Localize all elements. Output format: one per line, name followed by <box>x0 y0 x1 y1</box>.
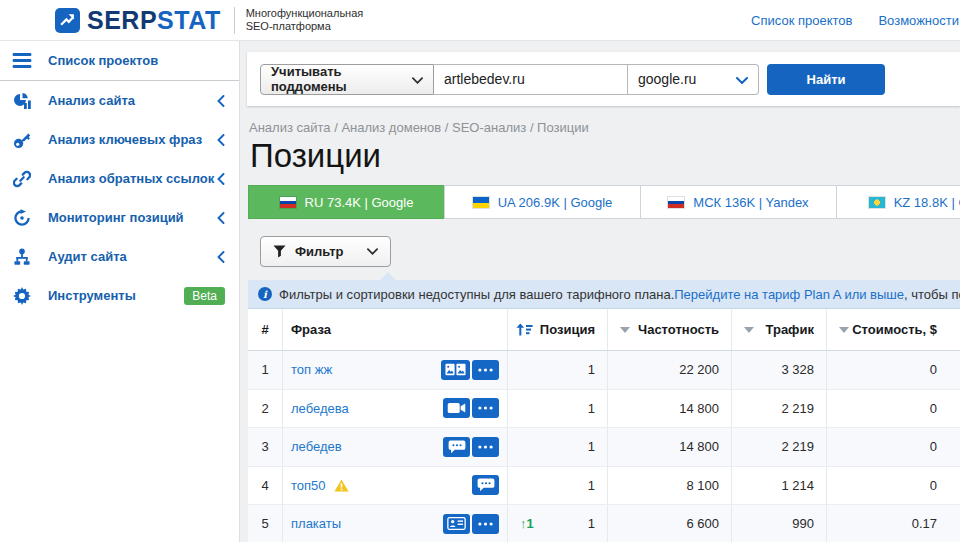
traffic-value: 2 219 <box>781 401 814 416</box>
column-header-position[interactable]: Позиция <box>508 309 608 350</box>
sidebar-item-project-list[interactable]: Список проектов <box>0 41 239 80</box>
sidebar-item-rank-monitoring[interactable]: Мониторинг позиций <box>0 198 239 237</box>
breadcrumb-segment[interactable]: Анализ сайта <box>249 120 331 135</box>
caret-down-icon <box>620 327 630 333</box>
warning-icon <box>334 479 349 492</box>
traffic-cell: 1 214 <box>732 467 827 505</box>
traffic-value: 1 214 <box>781 478 814 493</box>
phrase-cell: лебедева <box>283 390 508 428</box>
row-number-cell: 5 <box>248 505 283 542</box>
serp-feature-badges <box>443 437 499 457</box>
banner-text: Фильтры и сортировки недоступны для ваше… <box>279 287 674 302</box>
snippet-badge[interactable] <box>443 437 470 457</box>
sidebar-item-label: Инструменты <box>48 288 136 303</box>
upgrade-plan-link[interactable]: Перейдите на тариф Plan A или выше <box>674 287 904 302</box>
serp-feature-badges <box>472 475 499 495</box>
knowledge-badge[interactable] <box>443 514 470 534</box>
position-value: 1 <box>588 401 595 416</box>
domain-input[interactable] <box>434 64 628 95</box>
sidebar-item-keyword-analysis[interactable]: Анализ ключевых фраз <box>0 120 239 159</box>
row-number-cell: 3 <box>248 428 283 466</box>
video-badge[interactable] <box>443 398 470 418</box>
page-title: Позиции <box>250 137 381 175</box>
breadcrumb: Анализ сайта / Анализ доменов / SEO-анал… <box>249 120 589 135</box>
tab-kz-google[interactable]: KZ 18.8K | Google <box>836 185 960 219</box>
phrase-link[interactable]: лебедева <box>291 401 349 416</box>
tab-msk-yandex[interactable]: МСК 136K | Yandex <box>640 185 837 219</box>
breadcrumb-segment[interactable]: Позиции <box>537 120 589 135</box>
row-number-cell: 4 <box>248 467 283 505</box>
filter-button[interactable]: Фильтр <box>260 236 391 267</box>
position-cell: 1 <box>508 428 608 466</box>
images-badge[interactable] <box>441 360 470 380</box>
sidebar-item-label: Анализ сайта <box>48 93 135 108</box>
top-nav-link-projects[interactable]: Список проектов <box>751 13 852 28</box>
tab-ua-google[interactable]: UA 206.9K | Google <box>444 185 641 219</box>
position-change-up: ↑1 <box>520 516 534 531</box>
logo-divider <box>234 7 235 34</box>
column-header-cost[interactable]: Стоимость, $ <box>827 309 960 350</box>
cost-value: 0 <box>930 401 937 416</box>
breadcrumb-segment[interactable]: SEO-анализ <box>452 120 526 135</box>
subdomain-dropdown[interactable]: Учитывать поддомены <box>260 64 434 95</box>
breadcrumb-segment[interactable]: Анализ доменов <box>341 120 441 135</box>
gear-icon <box>10 287 34 305</box>
search-engine-value: google.ru <box>638 71 696 87</box>
serpstat-logo-icon <box>55 8 80 33</box>
sidebar-item-site-analysis[interactable]: Анализ сайта <box>0 81 239 120</box>
phrase-link[interactable]: плакаты <box>291 516 341 531</box>
traffic-value: 990 <box>792 516 814 531</box>
chevron-left-icon <box>217 251 225 263</box>
search-button[interactable]: Найти <box>767 64 885 95</box>
column-header-num: # <box>248 309 283 350</box>
top-header: SERPSTAT Многофункциональная SEO-платфор… <box>0 0 960 41</box>
column-header-traffic[interactable]: Трафик <box>732 309 827 350</box>
phrase-link[interactable]: лебедев <box>291 439 342 454</box>
traffic-value: 2 219 <box>781 439 814 454</box>
traffic-cell: 2 219 <box>732 390 827 428</box>
monitoring-icon <box>10 209 34 227</box>
phrase-cell: топ жж <box>283 351 508 389</box>
phrase-link[interactable]: топ жж <box>291 362 332 377</box>
search-engine-select[interactable]: google.ru <box>628 64 759 95</box>
cost-value: 0 <box>930 478 937 493</box>
more-badge[interactable] <box>472 360 499 380</box>
info-icon: i <box>258 287 272 301</box>
row-number-cell: 2 <box>248 390 283 428</box>
region-tabs: RU 73.4K | GoogleUA 206.9K | GoogleМСК 1… <box>248 185 960 219</box>
main-content: Учитывать поддомены google.ru Найти Анал… <box>240 41 960 542</box>
position-value: 1 <box>588 439 595 454</box>
volume-cell: 14 800 <box>608 428 732 466</box>
volume-value: 8 100 <box>686 478 719 493</box>
cost-cell: 0.17 <box>827 505 960 542</box>
position-cell: 1 <box>508 390 608 428</box>
sidebar-item-tools[interactable]: ИнструментыBeta <box>0 276 239 315</box>
kz-flag-icon <box>869 197 885 208</box>
hamburger-icon <box>10 53 34 68</box>
column-header-label: Трафик <box>766 322 815 337</box>
table-body: 1топ жж122 2003 32802лебедева114 8002 21… <box>248 351 960 542</box>
table-row: 3лебедев114 8002 2190 <box>248 428 960 467</box>
cost-cell: 0 <box>827 390 960 428</box>
sidebar-item-backlink-analysis[interactable]: Анализ обратных ссылок <box>0 159 239 198</box>
traffic-cell: 990 <box>732 505 827 542</box>
top-nav: Список проектовВозможности <box>751 13 960 28</box>
column-header-label: Позиция <box>540 322 595 337</box>
table-row: 1топ жж122 2003 3280 <box>248 351 960 390</box>
more-badge[interactable] <box>472 437 499 457</box>
phrase-cell: лебедев <box>283 428 508 466</box>
column-header-volume[interactable]: Частотность <box>608 309 732 350</box>
app-root: SERPSTAT Многофункциональная SEO-платфор… <box>0 0 960 542</box>
row-number-cell: 1 <box>248 351 283 389</box>
tab-ru-google[interactable]: RU 73.4K | Google <box>248 185 445 219</box>
sidebar-item-site-audit[interactable]: Аудит сайта <box>0 237 239 276</box>
top-nav-link-features[interactable]: Возможности <box>878 13 959 28</box>
serpstat-logo[interactable]: SERPSTAT Многофункциональная SEO-платфор… <box>55 7 363 34</box>
more-badge[interactable] <box>472 514 499 534</box>
more-badge[interactable] <box>472 398 499 418</box>
volume-value: 22 200 <box>679 362 719 377</box>
cost-cell: 0 <box>827 428 960 466</box>
position-value: 1 <box>588 516 595 531</box>
snippet-badge[interactable] <box>472 475 499 495</box>
phrase-link[interactable]: топ50 <box>291 478 326 493</box>
